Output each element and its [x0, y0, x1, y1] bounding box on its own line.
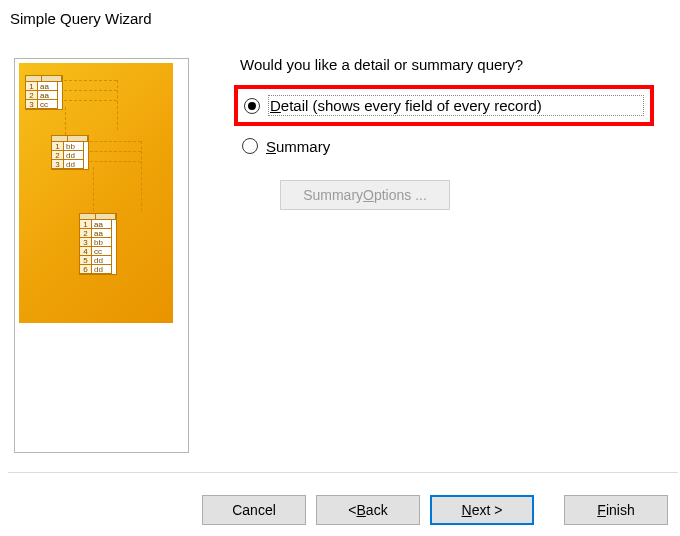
detail-radio-label[interactable]: Detail (shows every field of every recor…: [268, 95, 644, 116]
connector-line: [141, 141, 142, 211]
mnemonic: N: [462, 502, 472, 518]
preview-table-3: 1aa 2aa 3bb 4cc 5dd 6dd: [79, 213, 117, 275]
connector-line: [93, 167, 94, 211]
mnemonic: O: [363, 187, 374, 203]
question-label: Would you like a detail or summary query…: [240, 56, 670, 73]
summary-options-wrap: Summary Options ...: [280, 180, 670, 210]
next-button[interactable]: Next >: [430, 495, 534, 525]
highlight-annotation: Detail (shows every field of every recor…: [234, 85, 654, 126]
detail-radio[interactable]: [244, 98, 260, 114]
summary-radio-row: Summary: [242, 134, 670, 158]
mnemonic: S: [266, 138, 276, 155]
mnemonic: D: [270, 97, 281, 114]
connector-line: [117, 80, 118, 130]
connector-line: [85, 141, 141, 142]
connector-line: [65, 107, 66, 135]
window-title: Simple Query Wizard: [10, 10, 152, 27]
preview-table-2: 1bb 2dd 3dd: [51, 135, 89, 170]
summary-radio-label[interactable]: Summary: [266, 138, 330, 155]
back-button[interactable]: < Back: [316, 495, 420, 525]
connector-line: [85, 151, 141, 152]
footer-separator: [8, 472, 678, 473]
options-area: Would you like a detail or summary query…: [240, 56, 670, 210]
summary-radio[interactable]: [242, 138, 258, 154]
content-area: 1aa 2aa 3cc 1bb 2dd 3dd 1aa 2aa 3bb: [0, 50, 680, 470]
mnemonic: F: [597, 502, 606, 518]
connector-line: [59, 90, 117, 91]
connector-line: [59, 100, 117, 101]
connector-line: [85, 161, 141, 162]
summary-options-button: Summary Options ...: [280, 180, 450, 210]
preview-table-1: 1aa 2aa 3cc: [25, 75, 63, 110]
cancel-button[interactable]: Cancel: [202, 495, 306, 525]
preview-pane: 1aa 2aa 3cc 1bb 2dd 3dd 1aa 2aa 3bb: [14, 58, 189, 453]
footer: Cancel < Back Next > Finish: [0, 490, 680, 530]
finish-button[interactable]: Finish: [564, 495, 668, 525]
mnemonic: B: [357, 502, 366, 518]
wizard-window: Simple Query Wizard 1aa 2aa: [0, 0, 680, 536]
connector-line: [59, 80, 117, 81]
preview-graphic: 1aa 2aa 3cc 1bb 2dd 3dd 1aa 2aa 3bb: [19, 63, 173, 323]
